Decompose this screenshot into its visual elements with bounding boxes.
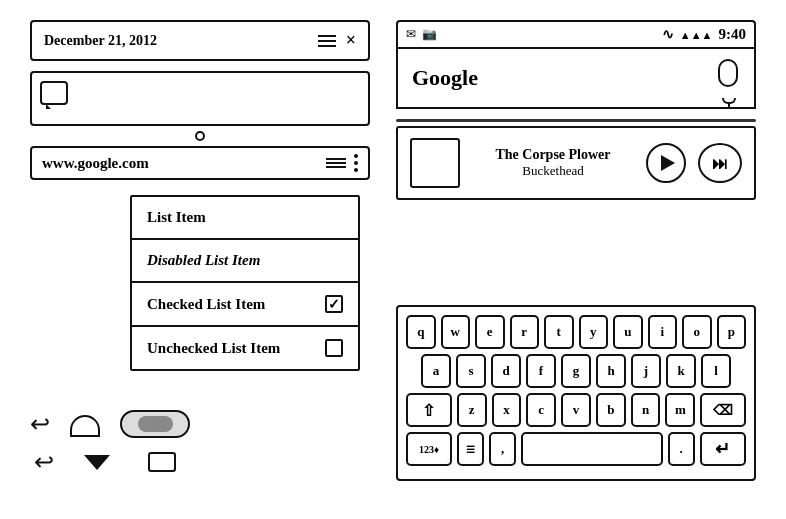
play-button[interactable] [646, 143, 686, 183]
signal-icon: ▲▲▲ [680, 29, 713, 41]
bottom-nav: ↩ ↩ [30, 410, 190, 476]
browser-icons: × [318, 30, 356, 51]
list-item-unchecked[interactable]: Unchecked List Item [132, 327, 358, 369]
more-icon[interactable] [354, 154, 358, 172]
list-item-checked-label: Checked List Item [147, 296, 265, 313]
key-q[interactable]: q [406, 315, 436, 349]
keyboard-row-3: ⇧ z x c v b n m ⌫ [406, 393, 746, 427]
key-j[interactable]: j [631, 354, 661, 388]
address-right-icons [326, 154, 358, 172]
key-u[interactable]: u [613, 315, 643, 349]
play-icon [661, 155, 675, 171]
shift-key[interactable]: ⇧ [406, 393, 452, 427]
separator-line [396, 119, 756, 122]
google-search-text: Google [412, 65, 478, 91]
video-icon: 📷 [422, 27, 437, 42]
sketch-container: December 21, 2012 × www.google.com [0, 0, 786, 519]
key-k[interactable]: k [666, 354, 696, 388]
enter-key[interactable]: ↵ [700, 432, 746, 466]
period-key[interactable]: . [668, 432, 695, 466]
keyboard-row-1: q w e r t y u i o p [406, 315, 746, 349]
settings-key[interactable]: ☰ [457, 432, 484, 466]
key-d[interactable]: d [491, 354, 521, 388]
browser-chat-area [30, 71, 370, 126]
key-r[interactable]: r [510, 315, 540, 349]
key-c[interactable]: c [526, 393, 556, 427]
browser-panel: December 21, 2012 × www.google.com [30, 20, 370, 180]
nav-pill-inner [138, 416, 173, 432]
nav-row-2: ↩ [34, 448, 190, 476]
address-bar[interactable]: www.google.com [30, 146, 370, 180]
mic-button[interactable] [718, 59, 740, 97]
close-icon[interactable]: × [346, 30, 356, 51]
key-e[interactable]: e [475, 315, 505, 349]
status-right: ∿ ▲▲▲ 9:40 [662, 26, 746, 43]
back-icon[interactable]: ↩ [30, 410, 50, 438]
scroll-indicator [195, 131, 205, 141]
nav-row-1: ↩ [30, 410, 190, 438]
wifi-icon: ∿ [662, 26, 674, 43]
num-key[interactable]: 123♦ [406, 432, 452, 466]
skip-icon: ⏭ [712, 154, 728, 173]
list-item-disabled-label: Disabled List Item [147, 252, 260, 269]
key-h[interactable]: h [596, 354, 626, 388]
album-thumbnail [410, 138, 460, 188]
key-i[interactable]: i [648, 315, 678, 349]
nav-pill-button[interactable] [120, 410, 190, 438]
status-bar: ✉ 📷 ∿ ▲▲▲ 9:40 [396, 20, 756, 47]
chat-icon [40, 81, 68, 105]
list-item-normal[interactable]: List Item [132, 197, 358, 240]
space-key[interactable] [521, 432, 663, 466]
status-left: ✉ 📷 [406, 27, 437, 42]
dropdown-list: List Item Disabled List Item Checked Lis… [130, 195, 360, 371]
square-icon[interactable] [148, 452, 176, 472]
browser-topbar: December 21, 2012 × [30, 20, 370, 61]
key-b[interactable]: b [596, 393, 626, 427]
mail-icon: ✉ [406, 27, 416, 42]
key-g[interactable]: g [561, 354, 591, 388]
mic-icon [718, 59, 738, 87]
status-time: 9:40 [719, 26, 747, 43]
backspace-key[interactable]: ⌫ [700, 393, 746, 427]
tabs-icon[interactable] [326, 158, 346, 168]
google-search-bar[interactable]: Google [396, 47, 756, 109]
key-w[interactable]: w [441, 315, 471, 349]
key-f[interactable]: f [526, 354, 556, 388]
key-o[interactable]: o [682, 315, 712, 349]
key-l[interactable]: l [701, 354, 731, 388]
key-p[interactable]: p [717, 315, 747, 349]
keyboard-row-2: a s d f g h j k l [406, 354, 746, 388]
checkbox-checked-icon[interactable]: ✓ [325, 295, 343, 313]
list-item-checked[interactable]: Checked List Item ✓ [132, 283, 358, 327]
menu-icon[interactable] [318, 35, 336, 47]
comma-key[interactable]: , [489, 432, 516, 466]
music-title: The Corpse Plower [472, 147, 634, 163]
home-icon[interactable] [70, 415, 100, 437]
key-s[interactable]: s [456, 354, 486, 388]
key-m[interactable]: m [665, 393, 695, 427]
key-a[interactable]: a [421, 354, 451, 388]
address-text: www.google.com [42, 155, 149, 172]
skip-button[interactable]: ⏭ [698, 143, 742, 183]
checkbox-unchecked-icon[interactable] [325, 339, 343, 357]
key-x[interactable]: x [492, 393, 522, 427]
back2-icon[interactable]: ↩ [34, 448, 54, 476]
key-t[interactable]: t [544, 315, 574, 349]
key-y[interactable]: y [579, 315, 609, 349]
key-v[interactable]: v [561, 393, 591, 427]
music-player: The Corpse Plower Buckethead ⏭ [396, 126, 756, 200]
music-artist: Buckethead [472, 163, 634, 179]
mobile-panel: ✉ 📷 ∿ ▲▲▲ 9:40 Google The Corpse P [396, 20, 756, 200]
music-info: The Corpse Plower Buckethead [472, 147, 634, 179]
down-icon[interactable] [84, 455, 110, 470]
mic-stand [728, 104, 730, 109]
browser-date: December 21, 2012 [44, 33, 157, 49]
keyboard-row-4: 123♦ ☰ , . ↵ [406, 432, 746, 466]
key-n[interactable]: n [631, 393, 661, 427]
list-item-unchecked-label: Unchecked List Item [147, 340, 280, 357]
key-z[interactable]: z [457, 393, 487, 427]
keyboard: q w e r t y u i o p a s d f g h j k l ⇧ … [396, 305, 756, 481]
list-item-disabled: Disabled List Item [132, 240, 358, 283]
list-item-normal-label: List Item [147, 209, 206, 226]
